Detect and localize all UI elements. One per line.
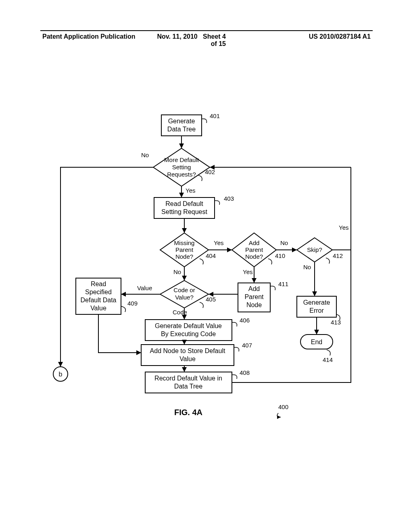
- box-409-l3: Default Data: [81, 297, 117, 303]
- box-408-l2: Data Tree: [174, 383, 202, 390]
- label-412-no: No: [303, 264, 311, 270]
- label-405-value: Value: [137, 285, 152, 291]
- leader-409: [121, 306, 125, 312]
- leader-404: [200, 259, 203, 264]
- leader-401: [202, 119, 207, 123]
- box-409-l4: Value: [90, 305, 106, 312]
- ref-404: 404: [206, 252, 216, 259]
- label-404-yes: Yes: [214, 239, 223, 246]
- box-407-l2: Value: [179, 355, 196, 362]
- ref-401: 401: [210, 112, 220, 119]
- flowchart: Generate Data Tree 401 More Default Sett…: [0, 0, 413, 532]
- leader-403: [215, 201, 220, 205]
- box-408-l1: Record Default Value in: [154, 375, 222, 382]
- leader-405: [200, 302, 203, 308]
- diamond-410-l2: Parent: [245, 246, 263, 253]
- ref-408: 408: [240, 369, 250, 376]
- figure-caption: FIG. 4A: [174, 408, 202, 417]
- arrow-409-407: [98, 314, 141, 353]
- arrow-402-no: [60, 167, 153, 367]
- diamond-404-l3: Node?: [175, 253, 193, 260]
- diamond-405-l2: Value?: [175, 294, 194, 301]
- ref-402: 402: [205, 168, 215, 175]
- ref-410: 410: [275, 252, 285, 259]
- ref-412: 412: [333, 252, 343, 259]
- label-410-yes: Yes: [243, 268, 252, 275]
- leader-408: [232, 375, 237, 379]
- box-411-l1: Add: [248, 285, 260, 292]
- diamond-410-l3: Node?: [245, 253, 263, 260]
- ref-403: 403: [224, 195, 234, 202]
- ref-406: 406: [240, 317, 250, 324]
- box-403-l2: Setting Request: [161, 208, 207, 215]
- diamond-404-l2: Parent: [175, 246, 194, 253]
- page: { "header": { "left": "Patent Applicatio…: [0, 0, 413, 532]
- label-405-code: Code: [173, 309, 187, 316]
- label-402-yes: Yes: [186, 187, 195, 194]
- leader-411: [270, 286, 275, 290]
- box-411-l2: Parent: [244, 293, 264, 300]
- ref-407: 407: [242, 342, 252, 349]
- box-409-l2: Specified: [85, 289, 112, 295]
- ref-413: 413: [331, 319, 341, 326]
- diamond-404-l1: Missing: [174, 239, 195, 246]
- leader-414: [327, 350, 330, 355]
- ref-414: 414: [323, 356, 333, 363]
- ref-411: 411: [278, 281, 288, 287]
- overall-ref: 400: [278, 403, 288, 410]
- diamond-412-l1: Skip?: [307, 246, 322, 253]
- box-411-l3: Node: [246, 301, 262, 308]
- overall-ref-leader: [277, 413, 281, 417]
- diamond-405-l1: Code or: [173, 287, 195, 293]
- leader-406: [232, 322, 237, 326]
- leader-410: [268, 259, 272, 264]
- terminator-414-l1: End: [311, 339, 322, 345]
- ref-405: 405: [206, 296, 216, 303]
- label-402-no: No: [141, 152, 149, 158]
- arrow-412-yes: [332, 167, 351, 250]
- ref-409: 409: [127, 300, 138, 307]
- box-401-l2: Data Tree: [167, 126, 196, 133]
- diamond-402-l1: More Default: [164, 156, 199, 163]
- box-406-l1: Generate Default Value: [155, 322, 222, 329]
- leader-402: [198, 175, 202, 181]
- label-404-no: No: [173, 268, 181, 275]
- leader-407: [234, 347, 239, 351]
- box-409-l1: Read: [91, 281, 106, 287]
- diamond-402-l3: Requests?: [167, 171, 196, 178]
- box-406-l2: By Executing Code: [161, 330, 216, 337]
- label-412-yes: Yes: [339, 224, 348, 231]
- box-407-l1: Add Node to Store Default: [150, 347, 225, 354]
- diamond-410-l1: Add: [249, 239, 260, 246]
- box-413-l2: Error: [309, 307, 324, 314]
- connector-b-label: b: [59, 371, 63, 378]
- box-413-l1: Generate: [303, 299, 330, 306]
- box-401-l1: Generate: [168, 118, 195, 125]
- diamond-402-l2: Setting: [172, 164, 191, 170]
- leader-412: [326, 258, 330, 264]
- label-410-no: No: [280, 239, 288, 246]
- box-403-l1: Read Default: [165, 200, 203, 207]
